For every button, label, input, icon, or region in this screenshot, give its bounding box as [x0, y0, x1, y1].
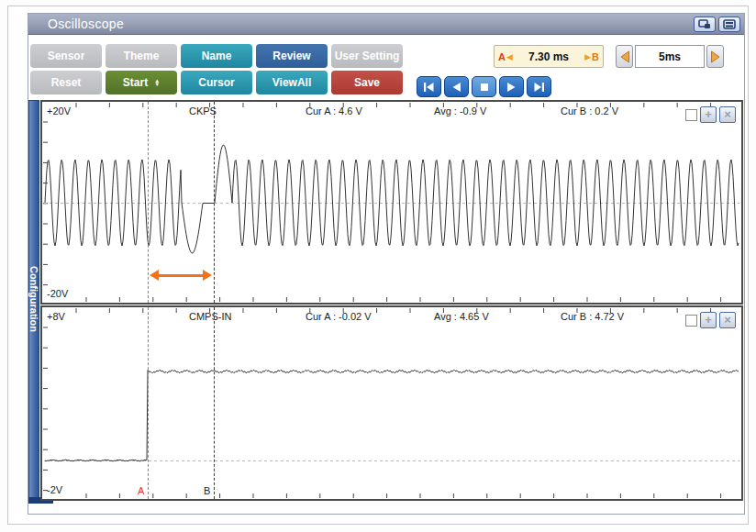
step-back-button[interactable]: [444, 76, 469, 97]
cursor-b-measurement: Cur B : 0.2 V: [561, 105, 618, 116]
timebase-value[interactable]: 5ms: [635, 45, 705, 68]
review-button[interactable]: Review: [256, 44, 328, 68]
skip-to-start-button[interactable]: [417, 76, 441, 97]
range-top-label: +8V: [47, 311, 65, 322]
nudge-b-right-icon[interactable]: ▶: [584, 52, 591, 61]
avg-measurement: Avg : 4.65 V: [434, 311, 489, 322]
save-button[interactable]: Save: [331, 71, 403, 94]
timebase-increase-button[interactable]: [706, 45, 724, 68]
cursor-a-line[interactable]: [148, 102, 149, 303]
window-arrange-button[interactable]: [694, 17, 716, 32]
avg-measurement: Avg : -0.9 V: [434, 105, 486, 116]
skip-to-start-icon: [423, 83, 435, 92]
layout-bars-icon: [723, 19, 736, 29]
cursor-a-line[interactable]: [148, 307, 149, 499]
start-button[interactable]: Start ▲▼: [106, 71, 177, 94]
range-bottom-label: -2V: [47, 484, 62, 495]
skip-to-end-button[interactable]: [527, 76, 551, 97]
toolbar: Sensor Theme Name Review User Setting Re…: [28, 36, 744, 100]
cursor-a-tag: A: [138, 485, 144, 496]
sensor-button[interactable]: Sensor: [30, 44, 102, 68]
window-title: Oscilloscope: [48, 17, 124, 31]
cursor-button[interactable]: Cursor: [181, 71, 252, 94]
step-back-icon: [451, 83, 461, 92]
play-icon: [506, 83, 517, 92]
zoom-in-button[interactable]: +: [700, 312, 717, 328]
skip-to-end-icon: [533, 83, 545, 92]
start-spinner-icon: ▲▼: [154, 79, 160, 86]
cursor-a-measurement: Cur A : 4.6 V: [306, 105, 362, 116]
stop-icon: [480, 83, 489, 92]
cursor-b-measurement: Cur B : 4.72 V: [561, 311, 624, 322]
channel-select-checkbox[interactable]: [685, 109, 697, 121]
arrow-right-icon: [710, 50, 721, 63]
scope-panel-cmps-in: +8V CMPS-IN Cur A : -0.02 V Avg : 4.65 V…: [40, 305, 743, 501]
name-button[interactable]: Name: [181, 44, 252, 68]
cursor-a-label: A: [498, 51, 506, 62]
cursor-a-measurement: Cur A : -0.02 V: [306, 311, 372, 322]
close-channel-button[interactable]: ×: [719, 106, 736, 123]
cursor-delta-time: 7.30 ms: [514, 50, 584, 63]
page: Oscilloscope Sensor: [0, 0, 756, 532]
configuration-tab-label: Configuration: [28, 266, 39, 332]
play-button[interactable]: [499, 76, 524, 97]
playback-controls: [417, 76, 551, 97]
arrow-left-icon: [619, 50, 630, 63]
user-setting-button[interactable]: User Setting: [331, 44, 403, 68]
window-layout-button[interactable]: [718, 17, 740, 32]
oscilloscope-window: Oscilloscope Sensor: [28, 13, 745, 515]
cursor-time-readout[interactable]: A ◀ 7.30 ms ▶ B: [494, 45, 604, 68]
cursor-b-line[interactable]: [214, 102, 215, 303]
start-button-label: Start: [123, 76, 148, 89]
cursor-b-line[interactable]: [214, 307, 215, 499]
frame: Oscilloscope Sensor: [7, 6, 749, 525]
viewall-button[interactable]: ViewAll: [256, 71, 328, 94]
cursor-b-label: B: [592, 51, 599, 62]
range-bottom-label: -20V: [47, 288, 68, 299]
titlebar: Oscilloscope: [28, 14, 744, 35]
arrange-windows-icon: [698, 19, 711, 29]
stop-button[interactable]: [472, 76, 496, 97]
app-icon: [34, 17, 40, 31]
theme-button[interactable]: Theme: [106, 44, 177, 68]
channel-name: CMPS-IN: [189, 311, 231, 322]
cursor-b-tag: B: [204, 485, 210, 496]
nudge-a-left-icon[interactable]: ◀: [506, 52, 513, 61]
arrow-head-right-icon: [203, 270, 212, 281]
cursor-span-arrow[interactable]: [150, 270, 212, 282]
zoom-in-button[interactable]: +: [700, 106, 717, 123]
reset-button[interactable]: Reset: [30, 71, 102, 94]
channel-select-checkbox[interactable]: [685, 315, 697, 327]
scope-panel-ckps: +20V CKPS Cur A : 4.6 V Avg : -0.9 V Cur…: [40, 100, 743, 305]
configuration-tab[interactable]: Configuration: [28, 100, 39, 498]
range-top-label: +20V: [47, 105, 71, 116]
close-channel-button[interactable]: ×: [719, 312, 736, 328]
channel-name: CKPS: [189, 105, 217, 116]
timebase-decrease-button[interactable]: [616, 45, 633, 68]
